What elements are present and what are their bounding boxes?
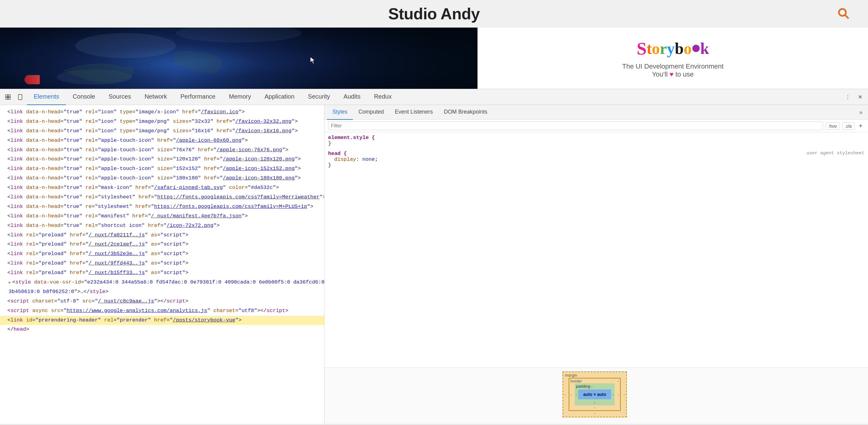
add-rule-button[interactable]: + xyxy=(857,122,864,129)
preview-storybook: Storybok The UI Development Environment … xyxy=(477,28,868,89)
tab-styles[interactable]: Styles xyxy=(327,105,353,120)
logo-s: S xyxy=(637,38,646,59)
svg-rect-7 xyxy=(6,95,8,97)
margin-bottom-value: - xyxy=(594,411,595,416)
html-line-highlighted: <link id="prerendering-header" rel="prer… xyxy=(0,316,324,325)
devtools-panel: Elements Console Sources Network Perform… xyxy=(0,89,868,424)
devtools-toolbar-right: ⋮ ✕ xyxy=(842,92,866,102)
styles-filter-input[interactable] xyxy=(328,122,823,130)
svg-line-1 xyxy=(845,15,848,19)
html-line: <link data-n-head="true" rel="apple-touc… xyxy=(0,136,324,146)
svg-rect-11 xyxy=(18,94,22,99)
css-rule-element-style: element.style { } xyxy=(328,135,864,146)
tab-performance[interactable]: Performance xyxy=(174,89,222,105)
border-label: border xyxy=(570,379,582,383)
padding-right-value: - xyxy=(613,392,614,397)
storybook-tagline: The UI Development Environment You'll ♥ … xyxy=(622,62,723,79)
box-model-padding: padding - - - - auto × auto xyxy=(575,383,615,405)
logo-k: k xyxy=(700,39,709,58)
html-line: <link data-n-head="true" rel="shortcut i… xyxy=(0,221,324,231)
css-close-brace: } xyxy=(328,162,864,168)
box-model: margin - - - border - - - - xyxy=(562,371,630,420)
padding-bottom-value: - xyxy=(594,400,595,405)
margin-left-value: - xyxy=(564,392,566,397)
svg-rect-9 xyxy=(6,97,8,99)
website-preview: Storybok The UI Development Environment … xyxy=(0,28,868,89)
tab-audits[interactable]: Audits xyxy=(337,89,367,105)
html-line: <link data-n-head="true" rel="manifest" … xyxy=(0,212,324,221)
devtools-tabs: Elements Console Sources Network Perform… xyxy=(27,89,399,105)
styles-tabs-more[interactable]: » xyxy=(856,109,866,116)
tab-security[interactable]: Security xyxy=(301,89,337,105)
margin-right-value: - xyxy=(624,392,625,397)
margin-label: margin xyxy=(565,373,577,377)
border-dash: - xyxy=(618,379,619,383)
box-model-margin: margin - - - border - - - - xyxy=(562,371,627,417)
tab-event-listeners[interactable]: Event Listeners xyxy=(389,105,438,120)
devtools-main: <link data-n-head="true" rel="icon" type… xyxy=(0,105,868,424)
box-model-content: auto × auto xyxy=(578,390,611,399)
styles-filter-row: :hov .cls + xyxy=(324,120,868,132)
logo-o2: o xyxy=(684,39,692,58)
search-icon xyxy=(837,7,850,20)
styles-panel: Styles Computed Event Listeners DOM Brea… xyxy=(324,105,868,424)
earth-background xyxy=(0,28,477,89)
border-right-value: - xyxy=(618,392,619,397)
tab-dom-breakpoints[interactable]: DOM Breakpoints xyxy=(438,105,493,120)
logo-b: b xyxy=(675,39,684,58)
css-prop-display: display: none; xyxy=(328,156,864,162)
page-title: Studio Andy xyxy=(389,5,480,23)
html-line: <link data-n-head="true" rel="apple-touc… xyxy=(0,155,324,164)
search-button[interactable] xyxy=(837,7,850,21)
tab-memory[interactable]: Memory xyxy=(222,89,258,105)
logo-t: t xyxy=(646,39,652,58)
logo-circle xyxy=(692,45,700,52)
devtools-toolbar: Elements Console Sources Network Perform… xyxy=(0,89,868,105)
svg-point-0 xyxy=(839,9,846,16)
html-line: <link data-n-head="true" rel="icon" type… xyxy=(0,108,324,117)
html-line: <link data-n-head="true" rel="apple-touc… xyxy=(0,164,324,174)
inspect-element-button[interactable] xyxy=(2,92,13,102)
html-line: </head> xyxy=(0,325,324,334)
html-line: <link rel="preload" href="/_nuxt/2ce1aef… xyxy=(0,240,324,249)
close-devtools-button[interactable]: ✕ xyxy=(855,92,866,102)
box-model-container: margin - - - border - - - - xyxy=(324,367,868,424)
html-line: <link data-n-head="true" re="stylesheet"… xyxy=(0,202,324,212)
tab-redux[interactable]: Redux xyxy=(367,89,399,105)
tab-application[interactable]: Application xyxy=(258,89,301,105)
box-model-border: border - - - - padding - - - - xyxy=(569,378,621,411)
hov-button[interactable]: :hov xyxy=(826,122,840,130)
logo-r: r xyxy=(660,39,667,58)
html-line: <link data-n-head="true" rel="icon" type… xyxy=(0,126,324,136)
storybook-logo: Storybok xyxy=(637,38,709,59)
border-left-value: - xyxy=(570,392,572,397)
padding-label: padding - xyxy=(576,384,593,389)
top-bar: Studio Andy xyxy=(0,0,868,28)
html-line: <link data-n-head="true" rel="apple-touc… xyxy=(0,174,324,183)
html-line: <script async src="https://www.google-an… xyxy=(0,306,324,316)
html-line: <script charset="utf-8" src="/_nuxt/c8c9… xyxy=(0,297,324,306)
tab-elements[interactable]: Elements xyxy=(27,89,66,105)
padding-left-value: - xyxy=(576,392,577,397)
device-toolbar-button[interactable] xyxy=(15,92,26,102)
css-close-brace: } xyxy=(328,141,864,146)
svg-rect-10 xyxy=(8,97,10,99)
logo-y: y xyxy=(667,39,675,58)
html-line: <link rel="preload" href="/_nuxt/b15ff33… xyxy=(0,268,324,278)
tab-network[interactable]: Network xyxy=(138,89,174,105)
html-line: <link data-n-head="true" rel="apple-touc… xyxy=(0,146,324,155)
css-rules: element.style { } head { user agent styl… xyxy=(324,132,868,367)
preview-hero-image xyxy=(0,28,477,89)
css-rule-head: head { user agent stylesheet display: no… xyxy=(328,151,864,168)
html-line: <link rel="preload" href="/_nuxt/3b52e3e… xyxy=(0,249,324,259)
svg-rect-8 xyxy=(8,95,10,97)
html-line: <link rel="preload" href="/_nuxt/fa0211f… xyxy=(0,231,324,240)
svg-point-4 xyxy=(75,33,176,58)
more-options-button[interactable]: ⋮ xyxy=(842,92,853,102)
tab-sources[interactable]: Sources xyxy=(102,89,138,105)
html-panel[interactable]: <link data-n-head="true" rel="icon" type… xyxy=(0,105,324,424)
cls-button[interactable]: .cls xyxy=(842,122,855,130)
tab-console[interactable]: Console xyxy=(66,89,102,105)
tab-computed[interactable]: Computed xyxy=(353,105,389,120)
styles-tabs: Styles Computed Event Listeners DOM Brea… xyxy=(324,105,868,120)
